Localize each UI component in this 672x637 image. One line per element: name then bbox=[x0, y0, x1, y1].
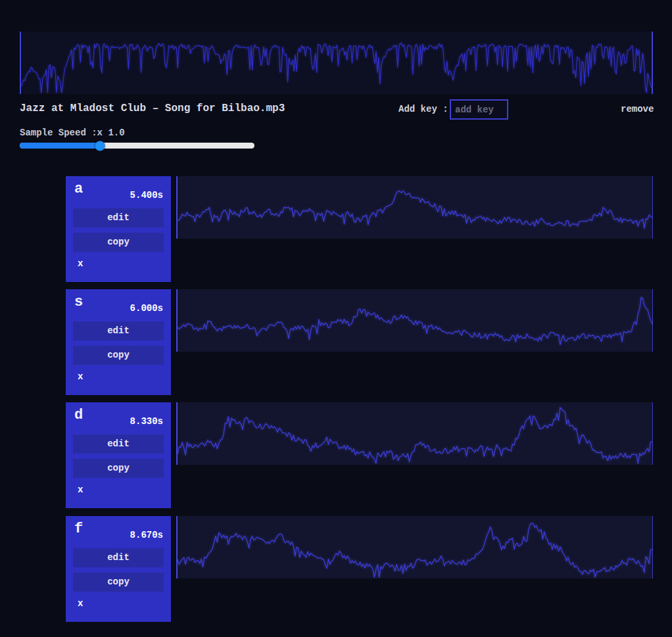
sample-waveform bbox=[178, 402, 652, 465]
add-key-input[interactable] bbox=[450, 99, 508, 120]
slider-thumb[interactable] bbox=[95, 141, 105, 151]
edit-button[interactable]: edit bbox=[73, 548, 164, 567]
sample-duration: 8.670s bbox=[130, 530, 163, 540]
sample-speed-label: Sample Speed :x 1.0 bbox=[20, 128, 125, 138]
sample-key: f bbox=[74, 521, 83, 537]
edit-button[interactable]: edit bbox=[73, 435, 164, 454]
sample-row: a 5.400s edit copy x bbox=[0, 176, 672, 282]
sample-card-f: f 8.670s edit copy x bbox=[66, 516, 171, 622]
sampler-app: Jazz at Mladost Club – Song for Bilbao.m… bbox=[0, 0, 672, 637]
sample-speed-slider[interactable] bbox=[20, 143, 254, 149]
sample-duration: 6.000s bbox=[130, 303, 163, 314]
delete-sample-button[interactable]: x bbox=[78, 598, 83, 609]
sample-key: d bbox=[74, 407, 83, 423]
remove-button[interactable]: remove bbox=[621, 104, 654, 114]
sample-duration: 8.330s bbox=[130, 416, 163, 427]
edit-button[interactable]: edit bbox=[73, 208, 164, 227]
sample-card-d: d 8.330s edit copy x bbox=[66, 402, 171, 508]
sample-waveform bbox=[178, 289, 652, 352]
sample-card-a: a 5.400s edit copy x bbox=[66, 176, 171, 282]
sample-key: a bbox=[74, 181, 83, 197]
copy-button[interactable]: copy bbox=[73, 346, 164, 365]
sample-key: s bbox=[74, 294, 83, 310]
delete-sample-button[interactable]: x bbox=[78, 371, 83, 382]
sample-card-s: s 6.000s edit copy x bbox=[66, 289, 171, 395]
master-waveform bbox=[21, 32, 652, 94]
sample-waveform bbox=[178, 176, 652, 239]
slider-fill bbox=[20, 143, 100, 149]
add-key-label: Add key : bbox=[398, 104, 448, 114]
sample-waveform-panel[interactable] bbox=[176, 289, 653, 352]
copy-button[interactable]: copy bbox=[73, 459, 164, 478]
sample-waveform-panel[interactable] bbox=[176, 402, 653, 465]
sample-waveform-panel[interactable] bbox=[176, 516, 653, 578]
sample-row: f 8.670s edit copy x bbox=[0, 516, 672, 622]
sample-row: s 6.000s edit copy x bbox=[0, 289, 672, 395]
copy-button[interactable]: copy bbox=[73, 573, 164, 592]
delete-sample-button[interactable]: x bbox=[78, 484, 83, 495]
copy-button[interactable]: copy bbox=[73, 233, 164, 252]
delete-sample-button[interactable]: x bbox=[78, 258, 83, 269]
sample-waveform-panel[interactable] bbox=[176, 176, 653, 239]
edit-button[interactable]: edit bbox=[73, 321, 164, 341]
sample-row: d 8.330s edit copy x bbox=[0, 402, 672, 508]
sample-duration: 5.400s bbox=[130, 190, 163, 201]
track-title: Jazz at Mladost Club – Song for Bilbao.m… bbox=[20, 103, 285, 114]
master-waveform-panel[interactable] bbox=[20, 32, 653, 94]
sample-waveform bbox=[178, 516, 652, 578]
